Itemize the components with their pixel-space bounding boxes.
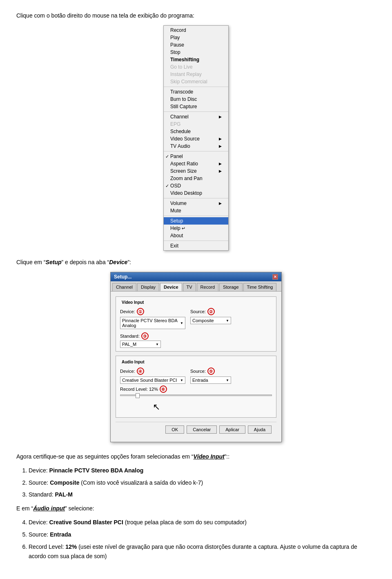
menu-item-about: About [164, 232, 228, 239]
dialog-close-button[interactable]: ✕ [272, 274, 278, 280]
source-value-5: Entrada [50, 531, 71, 538]
menu-item-still-capture: Still Capture [164, 103, 228, 110]
video-source-label: Source: [190, 309, 206, 314]
menu-item-skip-commercial: Skip Commercial [164, 78, 228, 85]
menu-separator-1 [164, 87, 228, 87]
record-level-row: Record Level: 12% ⑥ [120, 385, 272, 396]
menu-item-video-desktop: Video Desktop [164, 189, 228, 197]
tab-device[interactable]: Device [160, 283, 182, 291]
dialog-footer: OK Cancelar Aplicar Ajuda [116, 422, 276, 437]
context-menu-screenshot: Record Play Pause Stop Timeshifting Go t… [16, 25, 376, 251]
menu-item-tv-audio: TV Audio [164, 143, 228, 150]
list-item-2: Source: Composite (Com isto você visuali… [29, 478, 376, 488]
menu-item-setup[interactable]: Setup [164, 217, 228, 225]
video-standard-label-row: Standard: ③ [120, 332, 272, 340]
menu-item-zoom-and-pan: Zoom and Pan [164, 175, 228, 182]
menu-separator-6 [164, 241, 228, 241]
tab-display[interactable]: Display [137, 283, 159, 291]
menu-separator-3 [164, 151, 228, 151]
menu-item-pause: Pause [164, 41, 228, 49]
video-source-arrow: ▼ [226, 319, 229, 323]
menu-item-transcode: Transcode [164, 88, 228, 96]
video-source-label-row: Source: ② [190, 308, 231, 315]
menu-separator-2 [164, 111, 228, 112]
device-value-1: Pinnacle PCTV Stereo BDA Analog [49, 467, 144, 474]
menu-item-stop: Stop [164, 49, 228, 56]
e-em-paragraph: E em “Áudio input” selecione: [16, 504, 376, 514]
audio-source-label-row: Source: ⑤ [190, 367, 231, 375]
menu-item-mute: Mute [164, 207, 228, 214]
audio-source-select[interactable]: Entrada ▼ [190, 376, 231, 384]
video-device-value: Pinnacle PCTV Stereo BDA Analog [122, 318, 180, 328]
dialog-title: Setup... [114, 274, 131, 280]
menu-separator-4 [164, 198, 228, 198]
audio-device-label-row: Device: ④ [120, 367, 185, 375]
audio-source-label: Source: [190, 369, 206, 374]
device-value-4: Creative Sound Blaster PCI [49, 519, 123, 526]
video-device-group: Device: ① Pinnacle PCTV Stereo BDA Analo… [120, 308, 185, 329]
list-item-4: Device: Creative Sound Blaster PCI (troq… [29, 518, 376, 528]
audio-device-source-row: Device: ④ Creative Sound Blaster PCI ▼ S… [120, 367, 272, 384]
dialog-titlebar: Setup... ✕ [111, 272, 281, 281]
tab-storage[interactable]: Storage [219, 283, 243, 291]
badge-1: ① [137, 308, 144, 315]
badge-5: ⑤ [207, 367, 215, 375]
menu-item-play: Play [164, 34, 228, 41]
video-standard-label: Standard: [120, 334, 140, 338]
record-level-slider[interactable] [120, 394, 272, 396]
menu-item-panel: Panel [164, 153, 228, 160]
record-level-value-6: 12% [65, 543, 77, 550]
record-level-label: Record Level: 12% [120, 387, 158, 392]
record-level-label-row: Record Level: 12% ⑥ [120, 385, 272, 393]
device-label: Device [109, 259, 127, 265]
video-standard-arrow: ▼ [156, 343, 159, 346]
video-input-fieldset: Vídeo Input Device: ① Pinnacle PCTV Ster… [116, 296, 276, 352]
setup-dialog: Setup... ✕ Channel Display Device TV Rec… [110, 272, 282, 442]
audio-device-label: Device: [120, 369, 135, 374]
video-input-legend: Vídeo Input [120, 300, 145, 305]
tab-tv[interactable]: TV [183, 283, 196, 291]
menu-item-burn-to-disc: Burn to Disc [164, 96, 228, 103]
badge-3: ③ [141, 332, 149, 340]
menu-item-timeshifting: Timeshifting [164, 56, 228, 63]
menu-item-schedule: Schedule [164, 128, 228, 135]
list-item-6: Record Level: 12% (usei este nível de gr… [29, 542, 376, 562]
list-item-1: Device: Pinnacle PCTV Stereo BDA Analog [29, 466, 376, 476]
menu-item-exit: Exit [164, 242, 228, 249]
menu-item-volume: Volume [164, 200, 228, 207]
ajuda-button[interactable]: Ajuda [248, 425, 272, 434]
video-device-select[interactable]: Pinnacle PCTV Stereo BDA Analog ▼ [120, 317, 185, 329]
cancelar-button[interactable]: Cancelar [187, 425, 217, 434]
audio-source-value: Entrada [192, 378, 208, 383]
cursor-icon: ↖ [120, 402, 160, 412]
video-source-select[interactable]: Composite ▼ [190, 317, 231, 324]
badge-2: ② [207, 308, 215, 315]
audio-device-select[interactable]: Creative Sound Blaster PCI ▼ [120, 376, 185, 384]
agora-paragraph: Agora certifique-se que as seguintes opç… [16, 452, 376, 462]
menu-item-record: Record [164, 27, 228, 34]
standard-value-3: PAL-M [55, 491, 73, 498]
video-standard-row: Standard: ③ PAL_M ▼ [120, 332, 272, 348]
audio-input-legend: Audio Input [120, 360, 146, 364]
slider-thumb[interactable] [136, 393, 140, 398]
tab-time-shifting[interactable]: Time Shifting [243, 283, 277, 291]
source-value-2: Composite [50, 479, 79, 486]
aplicar-button[interactable]: Aplicar [219, 425, 245, 434]
dialog-tabs: Channel Display Device TV Record Storage… [111, 281, 281, 292]
video-device-label: Device: [120, 309, 135, 314]
ok-button[interactable]: OK [165, 425, 184, 434]
tab-channel[interactable]: Channel [112, 283, 136, 291]
video-device-source-row: Device: ① Pinnacle PCTV Stereo BDA Analo… [120, 308, 272, 329]
context-menu: Record Play Pause Stop Timeshifting Go t… [163, 25, 229, 251]
audio-input-fieldset: Audio Input Device: ④ Creative Sound Bla… [116, 356, 276, 418]
list-item-3: Standard: PAL-M [29, 490, 376, 500]
menu-item-channel: Channel [164, 113, 228, 120]
menu-item-help: Help ↵ [164, 225, 228, 232]
menu-separator-5 [164, 216, 228, 216]
video-standard-select[interactable]: PAL_M ▼ [120, 341, 161, 348]
audio-device-arrow: ▼ [180, 379, 183, 382]
video-source-group: Source: ② Composite ▼ [190, 308, 231, 329]
video-input-ref: Vídeo Input [193, 453, 224, 460]
video-standard-value: PAL_M [122, 342, 136, 347]
tab-record[interactable]: Record [197, 283, 218, 291]
